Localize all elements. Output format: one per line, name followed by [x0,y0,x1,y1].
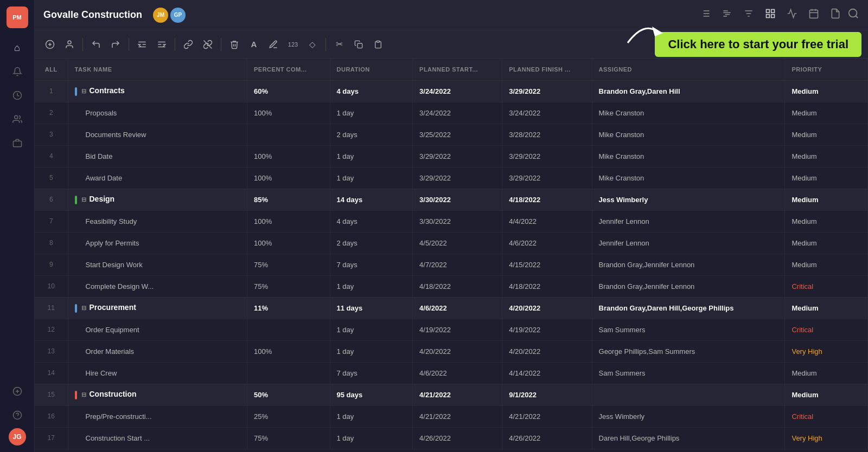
cell-task[interactable]: ⊟Procurement [68,297,247,319]
cell-task[interactable]: Start Design Work [68,254,247,275]
user-avatar[interactable]: JG [9,428,26,445]
cell-num: 1 [35,80,68,102]
sidebar-item-notifications[interactable] [7,61,28,82]
copy-button[interactable] [350,36,367,53]
font-button[interactable]: A [245,36,263,53]
app-logo[interactable]: PM [7,7,28,28]
outdent-button[interactable] [133,36,151,53]
numbering-button[interactable]: 123 [284,36,302,53]
unlink-button[interactable] [199,36,216,53]
grid-view-icon[interactable] [765,8,776,22]
main-content: Govalle Construction JM GP [35,0,868,452]
sidebar-item-home[interactable]: ⌂ [7,37,28,59]
cell-task[interactable]: Hire Crew [68,362,247,384]
cell-ps: 4/21/2022 [413,384,502,405]
cell-ps: 4/20/2022 [413,340,502,362]
document-icon[interactable] [830,8,841,22]
cell-task[interactable]: Feasibility Study [68,210,247,232]
sidebar-item-add[interactable] [7,380,28,402]
undo-button[interactable] [87,36,105,53]
table-row: 14Hire Crew7 days4/6/20224/14/2022Sam Su… [35,362,868,384]
table-row: 7Feasibility Study100%4 days3/30/20224/4… [35,210,868,232]
calendar-icon[interactable] [808,8,819,22]
cell-task[interactable]: Documents Review [68,124,247,145]
col-header-task[interactable]: TASK NAME [68,59,247,80]
col-header-pct[interactable]: PERCENT COM... [247,59,330,80]
cell-task[interactable]: Bid Date [68,145,247,167]
cell-task[interactable]: ⊟Design [68,189,247,210]
cell-pct: 100% [247,167,330,189]
svg-rect-42 [358,43,362,48]
cell-dur: 1 day [330,145,413,167]
cell-dur: 1 day [330,167,413,189]
cell-ps: 4/6/2022 [413,297,502,319]
add-task-button[interactable] [41,36,59,53]
add-assignee-button[interactable] [61,36,78,53]
cell-ps: 3/29/2022 [413,167,502,189]
cell-dur: 7 days [330,254,413,275]
cell-pct: 75% [247,427,330,449]
cell-task[interactable]: ⊟Contracts [68,80,247,102]
table-row: 2Proposals100%1 day3/24/20223/24/2022Mik… [35,102,868,124]
col-header-pri[interactable]: PRIORITY [785,59,868,80]
indent-button[interactable] [153,36,170,53]
cell-pf: 3/29/2022 [502,145,592,167]
col-header-pf[interactable]: PLANNED FINISH ... [502,59,592,80]
col-header-ps[interactable]: PLANNED START... [413,59,502,80]
cell-assigned: Mike Cranston [592,167,785,189]
sidebar-item-help[interactable] [7,404,28,426]
cell-task[interactable]: Order Equipment [68,319,247,340]
svg-rect-21 [767,10,770,13]
avatar-user2[interactable]: GP [170,8,186,23]
cell-ps: 4/18/2022 [413,275,502,297]
sidebar-item-time[interactable] [7,85,28,106]
filter-icon[interactable] [743,8,754,22]
cut-button[interactable]: ✂ [330,36,348,53]
cell-num: 13 [35,340,68,362]
cell-priority: Medium [785,167,868,189]
cell-task[interactable]: Apply for Permits [68,232,247,254]
shape-button[interactable]: ◇ [304,36,321,53]
redo-button[interactable] [107,36,124,53]
list-view-icon[interactable] [700,8,711,22]
cell-task[interactable]: Complete Design W... [68,275,247,297]
cell-pf: 4/21/2022 [502,405,592,427]
cell-task[interactable]: Award Date [68,167,247,189]
cell-task[interactable]: ⊟Construction [68,384,247,405]
cell-pct: 11% [247,297,330,319]
col-header-dur[interactable]: DURATION [330,59,413,80]
cell-num: 5 [35,167,68,189]
col-header-all[interactable]: ALL [35,59,68,80]
cell-dur: 1 day [330,275,413,297]
sidebar-item-portfolio[interactable] [7,132,28,154]
cta-button[interactable]: Click here to start your free trial [655,32,861,57]
cell-assigned: Jennifer Lennon [592,210,785,232]
activity-icon[interactable] [787,8,797,22]
cell-task[interactable]: Proposals [68,102,247,124]
delete-button[interactable] [226,36,243,53]
task-table-container[interactable]: ALL TASK NAME PERCENT COM... DURATION PL… [35,59,868,452]
cell-pf: 4/19/2022 [502,319,592,340]
svg-line-30 [856,16,858,18]
cell-dur: 4 days [330,80,413,102]
cell-priority: Critical [785,275,868,297]
cell-task[interactable]: Order Materials [68,340,247,362]
avatar-group: JM GP [153,8,186,23]
search-button[interactable] [847,8,859,22]
highlight-button[interactable] [265,36,282,53]
table-row: 8Apply for Permits100%2 days4/5/20224/6/… [35,232,868,254]
table-row: 9Start Design Work75%7 days4/7/20224/15/… [35,254,868,275]
avatar-user1[interactable]: JM [153,8,168,23]
paste-button[interactable] [369,36,387,53]
gantt-icon[interactable] [722,8,732,22]
link-button[interactable] [180,36,197,53]
cell-dur: 1 day [330,427,413,449]
cell-assigned: Brandon Gray,Jennifer Lennon [592,254,785,275]
cell-task[interactable]: Prep/Pre-constructi... [68,405,247,427]
cell-num: 14 [35,362,68,384]
cell-num: 11 [35,297,68,319]
sidebar-item-people[interactable] [7,108,28,130]
col-header-assigned[interactable]: ASSIGNED [592,59,785,80]
cell-task[interactable]: Construction Start ... [68,427,247,449]
cell-assigned: George Phillips,Sam Summers [592,340,785,362]
